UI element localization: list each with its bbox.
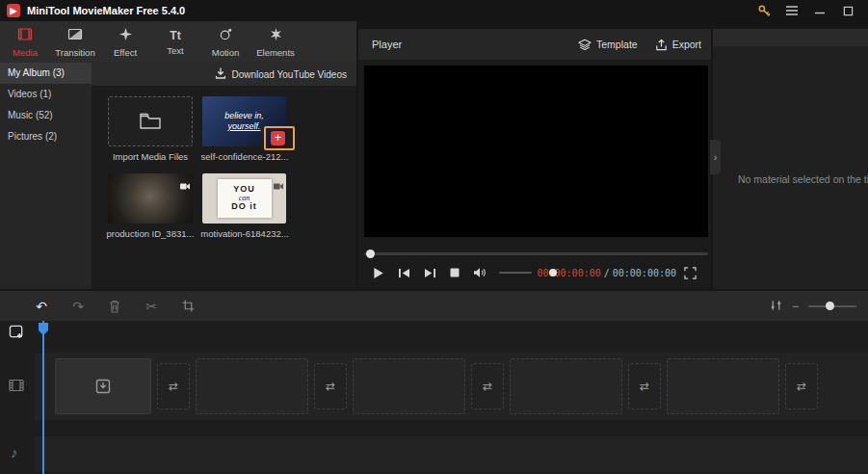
seek-thumb[interactable]	[366, 250, 375, 258]
total-duration: 00:00:00:00	[613, 268, 676, 278]
tab-text[interactable]: Tt Text	[150, 21, 200, 63]
export-button[interactable]: Export	[655, 39, 701, 51]
panel-collapse-handle[interactable]: ›	[710, 140, 721, 174]
playhead-handle[interactable]	[39, 323, 48, 335]
swap-arrows-icon: ⇄	[326, 380, 335, 393]
volume-slider[interactable]	[499, 272, 532, 274]
media-item-production[interactable]	[108, 173, 193, 224]
time-display: 00:00:00:00 / 00:00:00:00	[538, 268, 677, 278]
stop-button[interactable]	[450, 268, 460, 277]
timeline-transition-slot[interactable]: ⇄	[628, 363, 661, 409]
app-logo-icon: ▶	[7, 4, 20, 17]
library-sidebar: My Album (3) Videos (1) Music (52) Pictu…	[0, 63, 92, 289]
seek-bar[interactable]	[364, 249, 708, 258]
music-track[interactable]	[35, 436, 868, 472]
tab-transition[interactable]: Transition	[50, 21, 100, 63]
tab-label: Transition	[55, 47, 94, 58]
no-material-placeholder: No material selected on the timeline	[738, 173, 868, 185]
tab-elements[interactable]: Elements	[250, 21, 301, 63]
property-panel: No material selected on the timeline	[713, 29, 868, 289]
redo-button[interactable]: ↷	[69, 300, 87, 313]
volume-icon[interactable]	[473, 267, 487, 278]
elements-icon	[269, 27, 283, 45]
next-frame-button[interactable]	[424, 268, 436, 278]
titlebar: ▶ MiniTool MovieMaker Free 5.4.0	[0, 0, 868, 21]
media-library: Download YouTube Videos Import Media Fil…	[92, 63, 356, 289]
template-label: Template	[596, 39, 638, 50]
seek-track	[364, 252, 708, 255]
player-title: Player	[372, 39, 402, 50]
template-button[interactable]: Template	[578, 39, 638, 51]
swap-arrows-icon: ⇄	[640, 380, 649, 393]
volume-thumb[interactable]	[549, 269, 557, 276]
timeline-clip-slot[interactable]	[510, 358, 622, 414]
undo-button[interactable]: ↶	[33, 300, 50, 313]
crop-button[interactable]	[179, 300, 197, 312]
chevron-right-icon: ›	[714, 151, 718, 163]
media-item-name: self-confidence-212...	[197, 151, 293, 162]
license-key-icon[interactable]	[756, 3, 772, 18]
tab-effect[interactable]: Effect	[100, 21, 150, 63]
video-camera-icon	[180, 176, 190, 194]
property-panel-header	[713, 29, 868, 46]
thumb-text-line: yourself.	[227, 121, 260, 132]
tab-motion[interactable]: Motion	[200, 21, 250, 63]
sidebar-item-videos[interactable]: Videos (1)	[0, 84, 92, 105]
timeline-transition-slot[interactable]: ⇄	[471, 363, 504, 409]
timeline-transition-slot[interactable]: ⇄	[314, 363, 347, 409]
video-preview[interactable]	[364, 66, 708, 237]
text-icon: Tt	[170, 29, 180, 43]
timeline-clip-slot[interactable]	[353, 358, 465, 414]
sidebar-item-pictures[interactable]: Pictures (2)	[0, 126, 92, 147]
export-label: Export	[672, 39, 701, 50]
download-youtube-link[interactable]: Download YouTube Videos	[215, 67, 347, 81]
previous-frame-button[interactable]	[398, 268, 410, 278]
timeline-transition-slot[interactable]: ⇄	[157, 363, 190, 409]
delete-button[interactable]	[106, 300, 123, 313]
zoom-controls: −	[770, 298, 856, 315]
media-item-self-confidence[interactable]: believe in, yourself. +	[202, 96, 286, 146]
media-item-motivation[interactable]: YOU can DO it	[202, 173, 286, 224]
sidebar-item-music[interactable]: Music (52)	[0, 105, 92, 126]
add-to-timeline-button[interactable]: +	[271, 131, 285, 145]
timeline-zoom-slider[interactable]	[808, 305, 856, 307]
timeline-clip-slot[interactable]	[667, 358, 779, 414]
tab-label: Motion	[212, 47, 240, 58]
import-media-button[interactable]	[108, 96, 193, 146]
player-panel: Player Template Export	[358, 29, 711, 289]
download-label: Download YouTube Videos	[231, 69, 347, 80]
template-icon	[578, 39, 592, 51]
split-button[interactable]: ✂	[143, 300, 160, 313]
tab-label: Effect	[114, 47, 137, 58]
menu-icon[interactable]	[784, 3, 800, 18]
playhead-line	[42, 321, 44, 474]
export-icon	[655, 39, 668, 51]
playback-controls: 00:00:00:00 / 00:00:00:00	[358, 260, 711, 285]
thumb-text-line: believe in,	[224, 111, 264, 121]
tab-media[interactable]: Media	[0, 21, 50, 63]
maximize-icon[interactable]	[840, 3, 855, 18]
music-track-icon: ♪	[11, 444, 18, 461]
fullscreen-button[interactable]	[684, 267, 697, 279]
ribbon-tabs: Media Transition Effect Tt Text Motion	[0, 21, 356, 63]
timeline: ⇄⇄⇄⇄⇄ ♪	[0, 321, 868, 474]
sidebar-item-my-album[interactable]: My Album (3)	[0, 63, 92, 84]
swap-arrows-icon: ⇄	[483, 380, 492, 393]
effect-icon	[118, 27, 133, 45]
minimize-icon[interactable]	[812, 3, 828, 18]
timeline-transition-slot[interactable]: ⇄	[785, 363, 818, 409]
add-media-track-icon[interactable]	[9, 325, 25, 340]
tab-label: Elements	[256, 47, 295, 58]
time-separator: /	[604, 268, 610, 278]
tab-label: Text	[167, 45, 183, 56]
motion-icon	[219, 27, 233, 45]
timeline-clip-slot[interactable]	[55, 358, 151, 414]
play-button[interactable]	[373, 267, 384, 279]
zoom-fit-icon[interactable]	[770, 298, 782, 315]
folder-icon	[139, 112, 162, 131]
timeline-toolbar: ↶ ↷ ✂ −	[0, 289, 868, 321]
zoom-slider-thumb[interactable]	[826, 302, 834, 310]
timeline-clip-slot[interactable]	[196, 358, 308, 414]
motivation-card: YOU can DO it	[218, 179, 272, 218]
zoom-out-button[interactable]: −	[792, 300, 799, 313]
